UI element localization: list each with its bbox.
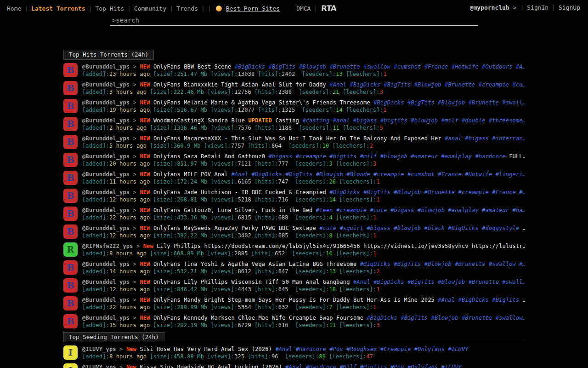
hashtag-link[interactable]: #swallow <box>363 63 390 70</box>
hashtag-link[interactable]: #blowjob <box>380 153 407 160</box>
torrent-title-link[interactable]: OnlyFans MacarenaXXX - This Slut Was So … <box>153 135 441 142</box>
hashtag-link[interactable]: #Bigtits <box>360 364 387 368</box>
hashtag-link[interactable]: #Milf <box>339 364 356 368</box>
hashtag-link[interactable]: #France <box>492 189 516 196</box>
torrent-title-link[interactable]: OnlyFans Lily Phillips Wisconsin Tiff 50… <box>153 279 350 285</box>
search-input[interactable] <box>110 16 478 25</box>
hashtag-link[interactable]: #double <box>462 117 486 124</box>
hashtag-link[interactable]: #Brunette <box>445 81 475 88</box>
hashtag-link[interactable]: #Brunette <box>469 99 499 106</box>
hashtag-link[interactable]: #Anal <box>438 297 455 303</box>
torrent-title-link[interactable]: Onlyfans Sara Retali And Gattouz0 <box>153 153 265 160</box>
user-avatar[interactable]: B <box>63 296 78 310</box>
user-avatar[interactable]: B <box>63 224 78 239</box>
hashtag-link[interactable]: #ILUVY <box>441 364 462 368</box>
hashtag-link[interactable]: #Blowjob <box>431 315 458 321</box>
user-avatar[interactable]: B <box>63 63 78 77</box>
user-avatar[interactable]: B <box>63 189 78 203</box>
user-link[interactable]: @Burunddel_yps <box>82 225 130 231</box>
hashtag-link[interactable]: #bigass <box>390 207 414 213</box>
user-avatar[interactable]: B <box>63 135 78 149</box>
hashtag-link[interactable]: #France <box>424 63 448 70</box>
user-avatar[interactable]: I <box>63 345 78 360</box>
torrent-title-link[interactable]: OnlyFans Jade Hutchison - IR BBC Fucked … <box>153 189 326 196</box>
hashtag-link[interactable]: #Blowjob <box>438 279 465 285</box>
nav-best-porn-sites[interactable]: Best Porn Sites <box>223 5 283 12</box>
user-link[interactable]: @Burunddel_yps <box>82 117 130 124</box>
hashtag-link[interactable]: #BigDicks <box>367 315 397 321</box>
hashtag-link[interactable]: #Onlyfans <box>414 346 445 352</box>
hashtag-link[interactable]: #Blowjob <box>394 189 421 196</box>
hashtag-link[interactable]: #swallow… <box>496 315 525 321</box>
hashtag-link[interactable]: #swall… <box>502 99 525 106</box>
torrent-title-link[interactable]: OnlyFans Melanie Marie & Agatha Vega Sis… <box>153 99 370 106</box>
hashtag-link[interactable]: #interrac… <box>492 135 525 142</box>
user-link[interactable]: @Burunddel_yps <box>82 207 130 213</box>
user-avatar[interactable]: B <box>63 153 78 167</box>
hashtag-link[interactable]: #milf <box>360 153 377 160</box>
user-link[interactable]: @Burunddel_yps <box>82 171 130 178</box>
site-handle-link[interactable]: @mypornclub > <box>470 4 520 11</box>
hashtag-link[interactable]: #BigTits <box>269 63 296 70</box>
nav-latest-torrents[interactable]: Latest Torrents <box>28 5 88 12</box>
hashtag-link[interactable]: #Brunette <box>469 279 499 285</box>
torrent-title-link[interactable]: Casting <box>275 117 299 124</box>
hashtag-link[interactable]: #doggystyle <box>482 225 519 231</box>
hashtag-link[interactable]: #Brunette <box>329 63 360 70</box>
torrent-title-link[interactable]: Kissa Sins Roadside BG Anal Fucking (202… <box>140 364 282 368</box>
hashtag-link[interactable]: #BigDicks <box>448 225 478 231</box>
hashtag-link[interactable]: #A… <box>516 63 525 70</box>
hashtag-link[interactable]: #BigDicks <box>252 171 282 178</box>
hashtag-link[interactable]: #… <box>519 189 525 196</box>
user-avatar[interactable]: B <box>63 117 78 131</box>
hashtag-link[interactable]: #cute <box>319 225 336 231</box>
hashtag-link[interactable]: #BigDicks <box>235 63 265 70</box>
nav-top-hits[interactable]: Top Hits <box>92 5 127 12</box>
user-avatar[interactable]: B <box>63 260 78 275</box>
hashtag-link[interactable]: #lingeri… <box>496 171 525 178</box>
hashtag-link[interactable]: #BigTits <box>384 81 411 88</box>
torrent-title-link[interactable]: WoodmanCastingX Sandra Blue <box>153 117 245 124</box>
hashtag-link[interactable]: #Anal <box>329 81 346 88</box>
hashtag-link[interactable]: #squirt <box>339 225 363 231</box>
hashtag-link[interactable]: #BigTits <box>407 99 435 106</box>
hashtag-link[interactable]: #creampie <box>373 171 404 178</box>
user-link[interactable]: @Burunddel_yps <box>82 315 130 321</box>
user-link[interactable]: @Burunddel_yps <box>82 279 130 285</box>
hashtag-link[interactable]: #amateur <box>482 207 509 213</box>
hashtag-link[interactable]: #bigass <box>353 117 377 124</box>
user-link[interactable]: @RIPNsfw222_yps <box>82 243 133 249</box>
hashtag-link[interactable]: #cute <box>370 207 387 213</box>
hashtag-link[interactable]: #amateur <box>411 153 438 160</box>
hashtag-link[interactable]: #Hotwife <box>452 63 479 70</box>
torrent-title-link[interactable]: OnlyFans Kennedy Marksen Chloe Mae Wife … <box>153 315 363 321</box>
hashtag-link[interactable]: #BigTits <box>394 261 421 267</box>
hashtag-link[interactable]: #ha… <box>513 207 525 213</box>
hashtag-link[interactable]: #Anal <box>275 346 292 352</box>
hashtag-link[interactable]: #BigDicks <box>329 189 360 196</box>
hashtag-link[interactable]: #Anal <box>285 364 302 368</box>
hashtag-link[interactable]: #cu… <box>513 81 525 88</box>
nav-trends[interactable]: Trends <box>173 5 201 12</box>
torrent-title-link[interactable]: OnlyFans Tina Yoshi & Agatha Vega Asian … <box>153 261 356 267</box>
hashtag-link[interactable]: #Onlyfans <box>407 364 438 368</box>
hashtag-link[interactable]: #analplay <box>448 207 478 213</box>
hashtag-link[interactable]: #Blowjob <box>316 171 343 178</box>
user-avatar[interactable]: B <box>63 278 78 293</box>
hashtag-link[interactable]: #black <box>424 225 445 231</box>
user-link[interactable]: @Burunddel_yps <box>82 297 130 303</box>
hashtag-link[interactable]: #Hardcore <box>296 346 326 352</box>
hashtag-link[interactable]: #France <box>438 171 462 178</box>
torrent-title-link[interactable]: OnlyFans Bianxxxkie Tight Asian Anal Slu… <box>153 81 326 88</box>
hashtag-link[interactable]: #BigTits <box>407 279 435 285</box>
hashtag-link[interactable]: #Roughsex <box>346 346 377 352</box>
hashtag-link[interactable]: #analplay <box>441 153 472 160</box>
torrent-title-link[interactable]: Lily Phillips https://doodstream.com/e/l… <box>157 243 525 249</box>
user-avatar[interactable]: I <box>63 363 78 368</box>
hashtag-link[interactable]: #Anal <box>232 171 249 178</box>
hashtag-link[interactable]: #anal <box>333 117 350 124</box>
hashtag-link[interactable]: #hardcore <box>475 153 506 160</box>
hashtag-link[interactable]: #Blowjob <box>299 63 326 70</box>
user-link[interactable]: @Burunddel_yps <box>82 63 130 70</box>
hashtag-link[interactable]: #bigass <box>269 153 293 160</box>
